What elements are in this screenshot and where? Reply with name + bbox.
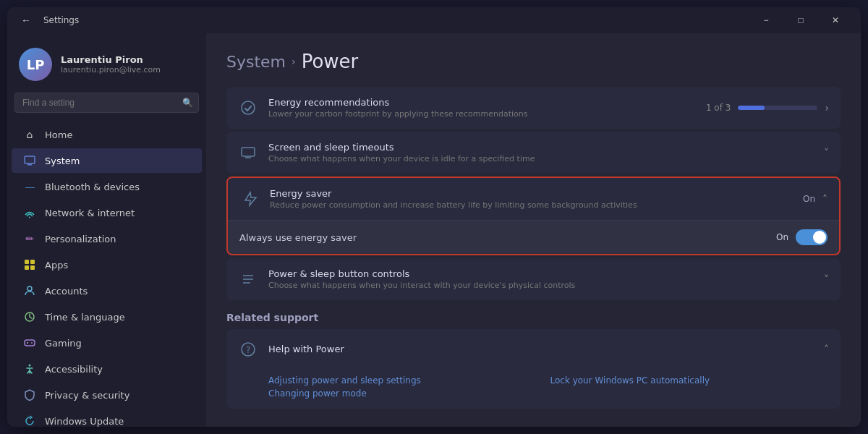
privacy-icon <box>23 388 36 401</box>
breadcrumb: System › Power <box>226 51 841 72</box>
svg-rect-3 <box>25 260 29 264</box>
always-use-right: On <box>776 229 827 245</box>
breadcrumb-parent[interactable]: System <box>226 53 286 71</box>
sidebar-item-privacy[interactable]: Privacy & security <box>12 383 202 407</box>
always-use-toggle[interactable] <box>796 229 827 245</box>
accounts-icon <box>23 284 36 297</box>
sidebar-item-label: Windows Update <box>45 416 124 427</box>
energy-saver-row[interactable]: Energy saver Reduce power consumption an… <box>228 178 839 220</box>
time-icon <box>23 310 36 323</box>
sidebar-item-label: Home <box>45 129 72 140</box>
svg-point-7 <box>27 286 32 291</box>
sidebar-item-bluetooth[interactable]: ⸻ Bluetooth & devices <box>12 174 202 199</box>
sidebar: LP Laurentiu Piron laurentiu.piron@live.… <box>7 33 206 427</box>
user-info: Laurentiu Piron laurentiu.piron@live.com <box>61 54 161 75</box>
accessibility-icon <box>23 362 36 375</box>
avatar: LP <box>19 48 52 81</box>
progress-bar <box>738 106 817 110</box>
power-sleep-card: Power & sleep button controls Choose wha… <box>226 258 841 300</box>
power-sleep-text: Power & sleep button controls Choose wha… <box>268 268 814 290</box>
help-link-2[interactable]: Lock your Windows PC automatically <box>550 375 830 386</box>
energy-recommendations-right: 1 of 3 › <box>706 102 829 114</box>
sidebar-item-apps[interactable]: Apps <box>12 252 202 277</box>
sidebar-item-label: Privacy & security <box>45 390 129 401</box>
energy-recommendations-card: Energy recommendations Lower your carbon… <box>226 87 841 129</box>
user-email: laurentiu.piron@live.com <box>61 65 161 75</box>
personalization-icon: ✏ <box>23 232 36 245</box>
sidebar-item-accessibility[interactable]: Accessibility <box>12 357 202 381</box>
chevron-down-icon: ˅ <box>824 273 829 285</box>
power-sleep-row[interactable]: Power & sleep button controls Choose wha… <box>226 258 841 300</box>
svg-rect-9 <box>25 340 35 346</box>
svg-point-12 <box>31 342 33 344</box>
screen-sleep-right: ˅ <box>824 147 829 158</box>
search-box: 🔍 <box>14 93 199 113</box>
svg-rect-5 <box>25 265 29 270</box>
bluetooth-icon: ⸻ <box>23 180 36 193</box>
chevron-down-icon: ˅ <box>824 147 829 158</box>
sidebar-item-time[interactable]: Time & language <box>12 305 202 329</box>
sidebar-item-system[interactable]: System <box>12 148 202 173</box>
help-link-1[interactable]: Adjusting power and sleep settings <box>268 375 548 386</box>
sidebar-item-accounts[interactable]: Accounts <box>12 278 202 303</box>
screen-sleep-row[interactable]: Screen and sleep timeouts Choose what ha… <box>226 132 841 174</box>
screen-sleep-subtitle: Choose what happens when your device is … <box>268 154 814 163</box>
power-sleep-icon <box>238 269 258 289</box>
svg-rect-4 <box>30 260 35 264</box>
close-button[interactable]: ✕ <box>819 9 852 32</box>
screen-sleep-icon <box>238 142 258 163</box>
always-use-label: Always use energy saver <box>239 232 357 243</box>
sidebar-item-gaming[interactable]: Gaming <box>12 331 202 355</box>
system-icon <box>23 154 36 167</box>
svg-text:?: ? <box>246 345 250 355</box>
energy-recommendations-row[interactable]: Energy recommendations Lower your carbon… <box>226 87 841 129</box>
power-sleep-title: Power & sleep button controls <box>268 268 814 279</box>
svg-point-14 <box>242 101 255 114</box>
sidebar-item-network[interactable]: Network & internet <box>12 200 202 225</box>
update-icon <box>23 414 36 427</box>
home-icon: ⌂ <box>23 128 36 141</box>
sidebar-item-label: Accessibility <box>45 364 103 375</box>
maximize-button[interactable]: □ <box>784 9 817 32</box>
energy-saver-right: On ˄ <box>803 193 827 205</box>
help-card: ? Help with Power ˄ Adjusting power and … <box>226 329 841 409</box>
toggle-thumb <box>813 231 826 244</box>
back-button[interactable]: ← <box>16 10 36 30</box>
svg-rect-15 <box>242 148 255 156</box>
svg-point-13 <box>29 365 31 367</box>
help-title: Help with Power <box>268 344 814 354</box>
progress-fill <box>738 106 764 110</box>
sidebar-item-label: Time & language <box>45 312 125 323</box>
screen-sleep-card: Screen and sleep timeouts Choose what ha… <box>226 132 841 174</box>
always-use-energy-saver-row: Always use energy saver On <box>228 220 839 254</box>
network-icon <box>23 206 36 219</box>
always-use-status: On <box>776 232 788 242</box>
screen-sleep-text: Screen and sleep timeouts Choose what ha… <box>268 142 814 163</box>
sidebar-item-personalization[interactable]: ✏ Personalization <box>12 226 202 251</box>
screen-sleep-title: Screen and sleep timeouts <box>268 142 814 153</box>
energy-saver-status: On <box>803 194 815 204</box>
breadcrumb-separator: › <box>292 56 296 67</box>
chevron-right-icon: › <box>825 102 829 114</box>
search-input[interactable] <box>14 93 199 113</box>
window-controls: − □ ✕ <box>749 9 852 32</box>
user-profile[interactable]: LP Laurentiu Piron laurentiu.piron@live.… <box>7 41 206 93</box>
help-link-3[interactable]: Changing power mode <box>268 388 548 399</box>
minimize-button[interactable]: − <box>749 9 783 32</box>
energy-saver-text: Energy saver Reduce power consumption an… <box>270 188 793 210</box>
help-header[interactable]: ? Help with Power ˄ <box>226 329 841 370</box>
titlebar-left: ← Settings <box>16 10 79 30</box>
sidebar-item-home[interactable]: ⌂ Home <box>12 122 202 147</box>
energy-saver-card: Energy saver Reduce power consumption an… <box>226 176 841 255</box>
sidebar-item-label: Network & internet <box>45 208 135 218</box>
search-icon: 🔍 <box>182 98 193 108</box>
help-chevron-up-icon: ˄ <box>824 344 829 355</box>
sidebar-item-update[interactable]: Windows Update <box>12 409 202 427</box>
power-sleep-subtitle: Choose what happens when you interact wi… <box>268 281 814 290</box>
energy-saver-subtitle: Reduce power consumption and increase ba… <box>270 200 793 210</box>
energy-recommendations-subtitle: Lower your carbon footprint by applying … <box>268 109 696 119</box>
energy-recommendations-text: Energy recommendations Lower your carbon… <box>268 97 696 119</box>
energy-saver-title: Energy saver <box>270 188 793 199</box>
sidebar-item-label: Accounts <box>45 286 88 297</box>
svg-rect-0 <box>25 156 35 163</box>
